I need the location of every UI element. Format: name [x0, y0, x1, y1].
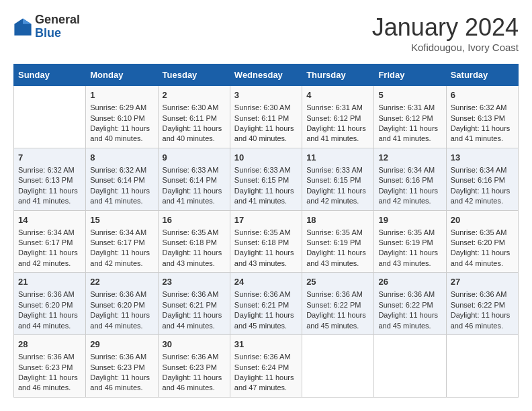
- day-info-line: Daylight: 11 hours: [306, 310, 369, 320]
- day-info-line: Daylight: 11 hours: [163, 310, 226, 320]
- day-info-line: Sunset: 6:17 PM: [90, 238, 153, 248]
- day-info-line: Daylight: 11 hours: [234, 124, 298, 134]
- day-info-line: Sunrise: 6:31 AM: [306, 103, 369, 113]
- day-info-line: Sunset: 6:19 PM: [306, 238, 369, 248]
- day-info-line: Daylight: 11 hours: [90, 310, 153, 320]
- day-info-line: Sunrise: 6:32 AM: [18, 165, 81, 175]
- day-info-line: Sunrise: 6:35 AM: [306, 228, 369, 238]
- weekday-header-monday: Monday: [86, 64, 158, 86]
- day-info-line: Daylight: 11 hours: [306, 124, 369, 134]
- page-header: General Blue January 2024 Kofidougou, Iv…: [13, 13, 519, 53]
- day-info-line: Sunrise: 6:36 AM: [451, 289, 514, 300]
- weekday-header-row: SundayMondayTuesdayWednesdayThursdayFrid…: [14, 64, 519, 86]
- day-number: 13: [451, 152, 514, 164]
- day-info-line: Sunrise: 6:36 AM: [378, 289, 441, 300]
- calendar-cell: 27Sunrise: 6:36 AMSunset: 6:22 PMDayligh…: [446, 273, 518, 335]
- day-info-line: Daylight: 11 hours: [234, 310, 298, 320]
- calendar-week-row: 14Sunrise: 6:34 AMSunset: 6:17 PMDayligh…: [14, 210, 519, 273]
- day-info-line: Sunset: 6:22 PM: [451, 300, 514, 310]
- day-info-line: Sunrise: 6:35 AM: [163, 228, 226, 238]
- day-info-line: Daylight: 11 hours: [451, 310, 514, 320]
- day-info-line: and 40 minutes.: [163, 134, 226, 144]
- calendar-cell: 16Sunrise: 6:35 AMSunset: 6:18 PMDayligh…: [158, 210, 230, 273]
- day-info-line: and 42 minutes.: [18, 259, 81, 269]
- day-info-line: Daylight: 11 hours: [378, 124, 441, 134]
- day-info-line: and 45 minutes.: [234, 321, 298, 331]
- day-info-line: Sunrise: 6:36 AM: [90, 289, 153, 300]
- day-info-line: and 46 minutes.: [451, 321, 514, 331]
- calendar-cell: [302, 335, 374, 398]
- day-info-line: Daylight: 11 hours: [163, 248, 226, 258]
- calendar-cell: [446, 335, 518, 398]
- day-info-line: Sunrise: 6:32 AM: [451, 103, 514, 113]
- day-info-line: Sunrise: 6:36 AM: [234, 352, 298, 362]
- day-number: 11: [306, 152, 369, 164]
- day-info-line: Sunrise: 6:31 AM: [378, 103, 441, 113]
- day-info-line: Sunset: 6:18 PM: [163, 238, 226, 248]
- logo-blue-text: Blue: [35, 27, 80, 40]
- day-info-line: Daylight: 11 hours: [90, 373, 153, 383]
- calendar-week-row: 7Sunrise: 6:32 AMSunset: 6:13 PMDaylight…: [14, 148, 519, 210]
- calendar-cell: 7Sunrise: 6:32 AMSunset: 6:13 PMDaylight…: [14, 148, 86, 210]
- day-info-line: Daylight: 11 hours: [451, 124, 514, 134]
- calendar-cell: 23Sunrise: 6:36 AMSunset: 6:21 PMDayligh…: [158, 273, 230, 335]
- day-info-line: Sunset: 6:21 PM: [234, 300, 298, 310]
- day-info-line: Sunrise: 6:35 AM: [451, 228, 514, 238]
- location-subtitle: Kofidougou, Ivory Coast: [372, 42, 519, 53]
- day-number: 15: [90, 214, 153, 226]
- calendar-cell: [374, 335, 446, 398]
- day-info-line: Sunset: 6:20 PM: [18, 300, 81, 310]
- day-info-line: Sunrise: 6:30 AM: [163, 103, 226, 113]
- day-number: 7: [18, 152, 81, 164]
- day-info-line: Daylight: 11 hours: [234, 186, 298, 196]
- calendar-cell: [14, 86, 86, 148]
- day-info-line: and 44 minutes.: [90, 321, 153, 331]
- day-info-line: Sunset: 6:23 PM: [163, 363, 226, 373]
- day-info-line: Sunrise: 6:33 AM: [163, 165, 226, 175]
- day-info-line: Daylight: 11 hours: [163, 124, 226, 134]
- day-info-line: Daylight: 11 hours: [234, 373, 298, 383]
- calendar-cell: 8Sunrise: 6:32 AMSunset: 6:14 PMDaylight…: [86, 148, 158, 210]
- day-info-line: and 40 minutes.: [90, 134, 153, 144]
- calendar-cell: 3Sunrise: 6:30 AMSunset: 6:11 PMDaylight…: [230, 86, 302, 148]
- day-info-line: Sunset: 6:23 PM: [18, 363, 81, 373]
- title-block: January 2024 Kofidougou, Ivory Coast: [372, 13, 519, 53]
- day-info-line: and 42 minutes.: [306, 196, 369, 206]
- calendar-cell: 12Sunrise: 6:34 AMSunset: 6:16 PMDayligh…: [374, 148, 446, 210]
- day-info-line: Daylight: 11 hours: [18, 248, 81, 258]
- day-info-line: Sunset: 6:12 PM: [378, 113, 441, 124]
- day-number: 16: [163, 214, 226, 226]
- calendar-cell: 6Sunrise: 6:32 AMSunset: 6:13 PMDaylight…: [446, 86, 518, 148]
- logo: General Blue: [13, 13, 80, 40]
- day-info-line: Daylight: 11 hours: [90, 248, 153, 258]
- day-info-line: Sunrise: 6:35 AM: [234, 228, 298, 238]
- calendar-cell: 11Sunrise: 6:33 AMSunset: 6:15 PMDayligh…: [302, 148, 374, 210]
- day-info-line: Sunset: 6:13 PM: [451, 113, 514, 124]
- calendar-cell: 18Sunrise: 6:35 AMSunset: 6:19 PMDayligh…: [302, 210, 374, 273]
- day-info-line: and 44 minutes.: [451, 259, 514, 269]
- day-info-line: Daylight: 11 hours: [378, 248, 441, 258]
- day-info-line: Sunrise: 6:36 AM: [90, 352, 153, 362]
- day-info-line: and 44 minutes.: [18, 321, 81, 331]
- day-info-line: and 41 minutes.: [234, 196, 298, 206]
- calendar-cell: 26Sunrise: 6:36 AMSunset: 6:22 PMDayligh…: [374, 273, 446, 335]
- day-info-line: and 46 minutes.: [90, 383, 153, 393]
- calendar-cell: 28Sunrise: 6:36 AMSunset: 6:23 PMDayligh…: [14, 335, 86, 398]
- day-number: 1: [90, 89, 153, 101]
- day-info-line: Sunset: 6:20 PM: [451, 238, 514, 248]
- day-info-line: and 46 minutes.: [18, 383, 81, 393]
- day-info-line: Sunset: 6:11 PM: [234, 113, 298, 124]
- day-info-line: Sunset: 6:13 PM: [18, 175, 81, 185]
- day-info-line: Daylight: 11 hours: [306, 186, 369, 196]
- calendar-cell: 10Sunrise: 6:33 AMSunset: 6:15 PMDayligh…: [230, 148, 302, 210]
- day-info-line: Daylight: 11 hours: [163, 186, 226, 196]
- weekday-header-sunday: Sunday: [14, 64, 86, 86]
- day-number: 5: [378, 89, 441, 101]
- day-number: 18: [306, 214, 369, 226]
- calendar-week-row: 1Sunrise: 6:29 AMSunset: 6:10 PMDaylight…: [14, 86, 519, 148]
- weekday-header-friday: Friday: [374, 64, 446, 86]
- day-number: 23: [163, 276, 226, 288]
- day-info-line: Daylight: 11 hours: [90, 186, 153, 196]
- day-info-line: Sunrise: 6:29 AM: [90, 103, 153, 113]
- calendar-cell: 4Sunrise: 6:31 AMSunset: 6:12 PMDaylight…: [302, 86, 374, 148]
